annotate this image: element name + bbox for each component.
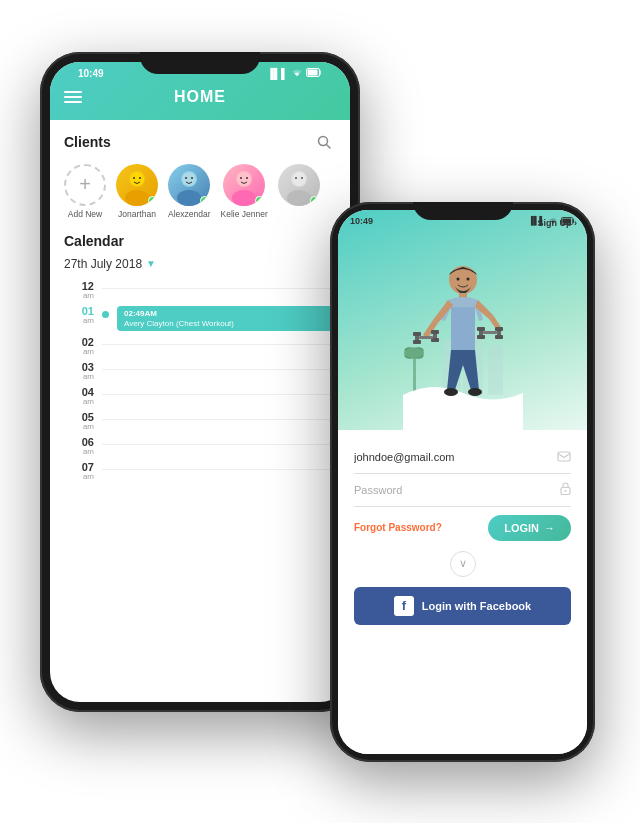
time-slots: 12am 01am 02:49AM Avery Clayton (Chest W… xyxy=(64,281,336,481)
home-time: 10:49 xyxy=(78,68,104,79)
login-hero: 10:49 ▐▌▌ Sign Up › xyxy=(338,210,587,430)
wifi-icon xyxy=(291,68,303,80)
online-dot xyxy=(310,196,319,205)
clients-title: Clients xyxy=(64,134,111,150)
event-name: Avery Clayton (Chest Workout) xyxy=(124,319,329,328)
login-button[interactable]: LOGIN → xyxy=(488,515,571,541)
phone-login-notch xyxy=(413,202,513,220)
client-name-kelie: Kelie Jenner xyxy=(221,209,268,219)
phone-home-notch xyxy=(140,52,260,74)
date-dropdown-arrow: ▼ xyxy=(146,258,156,269)
svg-point-8 xyxy=(139,177,141,179)
time-slot-06: 06am xyxy=(64,437,336,456)
time-slot-03: 03am xyxy=(64,362,336,381)
password-field[interactable] xyxy=(354,484,560,496)
phone-login-screen: 10:49 ▐▌▌ Sign Up › xyxy=(338,210,587,754)
client-name-jonarthan: Jonarthan xyxy=(118,209,156,219)
svg-rect-46 xyxy=(477,327,485,331)
time-slot-05: 05am xyxy=(64,412,336,431)
online-dot xyxy=(255,196,264,205)
svg-point-13 xyxy=(191,177,193,179)
client-kelie[interactable]: Kelie Jenner xyxy=(221,164,268,219)
phone-home-screen: 10:49 ▐▌▌ HO xyxy=(50,62,350,702)
svg-line-3 xyxy=(327,144,331,148)
login-screen: 10:49 ▐▌▌ Sign Up › xyxy=(338,210,587,754)
clients-section-header: Clients xyxy=(64,130,336,154)
calendar-event[interactable]: 02:49AM Avery Clayton (Chest Workout) xyxy=(117,306,336,331)
active-dot xyxy=(102,311,109,318)
svg-point-12 xyxy=(185,177,187,179)
battery-icon xyxy=(306,68,322,79)
hamburger-icon[interactable] xyxy=(64,91,82,103)
svg-rect-29 xyxy=(413,355,416,395)
time-slot-04: 04am xyxy=(64,387,336,406)
svg-point-15 xyxy=(232,190,256,206)
home-title: HOME xyxy=(174,88,226,106)
phone-login: 10:49 ▐▌▌ Sign Up › xyxy=(330,202,595,762)
svg-point-21 xyxy=(292,172,306,186)
svg-rect-43 xyxy=(495,327,503,331)
svg-point-33 xyxy=(449,266,477,294)
facebook-login-button[interactable]: f Login with Facebook xyxy=(354,587,571,625)
chevron-down-row: ∨ xyxy=(354,551,571,577)
svg-point-20 xyxy=(287,190,311,206)
phone-home: 10:49 ▐▌▌ HO xyxy=(40,52,360,712)
event-time: 02:49AM xyxy=(124,309,329,318)
svg-point-10 xyxy=(177,190,201,206)
client-avatar-last xyxy=(278,164,320,206)
online-dot xyxy=(200,196,209,205)
signup-link[interactable]: Sign Up › xyxy=(538,218,578,228)
svg-point-51 xyxy=(456,277,459,280)
client-name-alex: Alexzendar xyxy=(168,209,211,219)
svg-rect-53 xyxy=(558,452,570,461)
svg-point-23 xyxy=(301,177,303,179)
time-slot-02: 02am xyxy=(64,337,336,356)
svg-rect-37 xyxy=(413,340,421,344)
search-icon[interactable] xyxy=(312,130,336,154)
online-dot xyxy=(148,196,157,205)
svg-rect-44 xyxy=(495,335,503,339)
client-last[interactable] xyxy=(278,164,320,219)
client-jonarthan[interactable]: Jonarthan xyxy=(116,164,158,219)
time-slot-12: 12am xyxy=(64,281,336,300)
calendar-title: Calendar xyxy=(64,233,336,249)
svg-point-55 xyxy=(565,490,567,492)
login-form-body: Forgot Password? LOGIN → ∨ f Login with … xyxy=(338,430,587,754)
clients-row: + Add New Jonarthan xyxy=(64,164,336,219)
svg-rect-1 xyxy=(308,70,318,76)
lock-icon xyxy=(560,482,571,498)
facebook-login-label: Login with Facebook xyxy=(422,600,531,612)
svg-rect-39 xyxy=(431,330,439,334)
home-status-icons: ▐▌▌ xyxy=(267,68,322,80)
chevron-down-button[interactable]: ∨ xyxy=(450,551,476,577)
svg-point-50 xyxy=(468,388,482,396)
phones-container: 10:49 ▐▌▌ HO xyxy=(30,22,610,802)
email-icon xyxy=(557,450,571,465)
svg-point-32 xyxy=(404,348,424,358)
svg-point-49 xyxy=(444,388,458,396)
client-avatar-alex xyxy=(168,164,210,206)
client-alex[interactable]: Alexzendar xyxy=(168,164,211,219)
svg-point-17 xyxy=(240,177,242,179)
home-body: Clients + Add New xyxy=(50,120,350,497)
svg-point-5 xyxy=(125,190,149,206)
add-new-label: Add New xyxy=(68,209,103,219)
email-field[interactable] xyxy=(354,451,557,463)
svg-rect-48 xyxy=(483,331,497,334)
client-avatar-jonarthan xyxy=(116,164,158,206)
add-new-avatar: + xyxy=(64,164,106,206)
forgot-row: Forgot Password? LOGIN → xyxy=(354,515,571,541)
hero-figure xyxy=(403,245,523,430)
add-new-client[interactable]: + Add New xyxy=(64,164,106,219)
svg-rect-47 xyxy=(477,335,485,339)
login-time: 10:49 xyxy=(350,216,373,226)
svg-point-7 xyxy=(133,177,135,179)
forgot-password-link[interactable]: Forgot Password? xyxy=(354,522,442,533)
svg-rect-41 xyxy=(419,336,433,339)
calendar-date[interactable]: 27th July 2018 ▼ xyxy=(64,257,336,271)
calendar-section: Calendar 27th July 2018 ▼ 12am xyxy=(64,233,336,481)
signal-icon: ▐▌▌ xyxy=(267,68,288,79)
password-input-row xyxy=(354,474,571,507)
email-input-row xyxy=(354,442,571,474)
svg-point-18 xyxy=(246,177,248,179)
